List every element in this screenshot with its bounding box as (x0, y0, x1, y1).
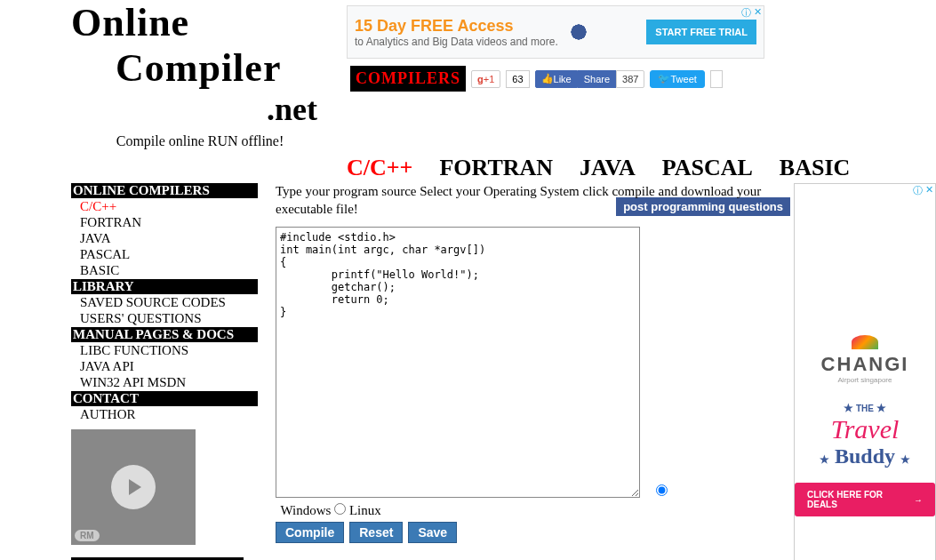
lang-tab-cpp[interactable]: C/C++ (347, 155, 412, 181)
ad-close-icon[interactable]: ✕ (925, 184, 933, 196)
click-deals-button[interactable]: CLICK HERE FOR DEALS → (795, 483, 935, 516)
sidebar-item-cpp[interactable]: C/C++ (71, 199, 258, 214)
fb-count: 387 (616, 70, 644, 88)
tagline: Compile online RUN offline! (71, 133, 338, 149)
source-code-textarea[interactable] (276, 227, 640, 498)
ad-info-icon[interactable]: ⓘ (741, 6, 751, 20)
google-plus-button[interactable]: g+1 (471, 70, 500, 88)
changi-brand: CHANGI (821, 353, 909, 376)
os-windows-label[interactable]: Windows (276, 503, 331, 517)
start-trial-button[interactable]: START FREE TRIAL (646, 20, 756, 44)
fb-like-button[interactable]: 👍 Like (535, 70, 578, 88)
sidebar-header-compilers: ONLINE COMPILERS (71, 183, 258, 198)
mode-radio[interactable] (656, 484, 668, 496)
arrow-right-icon: → (914, 495, 923, 505)
sidebar-item-java[interactable]: JAVA (71, 231, 258, 246)
sidebar-header-docs: MANUAL PAGES & DOCS (71, 327, 258, 342)
sidebar-header-contact: CONTACT (71, 391, 258, 406)
intro-text: Type your program source Select your Ope… (276, 183, 794, 218)
compile-button[interactable]: Compile (276, 522, 344, 543)
post-question-button[interactable]: post programming questions (616, 197, 790, 216)
sidebar-header-library: LIBRARY (71, 279, 258, 294)
tweet-count (710, 70, 723, 88)
sidebar-item-fortran[interactable]: FORTRAN (71, 215, 258, 230)
changi-logo-icon (852, 335, 878, 349)
sidebar-item-libc[interactable]: LIBC FUNCTIONS (71, 343, 258, 358)
ad-close-icon[interactable]: ✕ (754, 6, 762, 18)
sidebar: ONLINE COMPILERS C/C++ FORTRAN JAVA PASC… (71, 183, 258, 560)
ad-academy-icon (565, 19, 592, 45)
language-nav: C/C++ FORTRAN JAVA PASCAL BASIC (0, 155, 936, 181)
gplus-count: 63 (506, 70, 529, 88)
top-ad-banner[interactable]: 15 Day FREE Access to Analytics and Big … (347, 5, 764, 59)
rm-badge: RM (75, 530, 100, 541)
fb-share-button[interactable]: Share (578, 70, 616, 88)
reset-button[interactable]: Reset (349, 522, 403, 543)
compilers-button[interactable]: COMPILERS (350, 66, 466, 92)
tweet-button[interactable]: 🐦 Tweet (650, 70, 704, 88)
sidebar-item-win32[interactable]: WIN32 API MSDN (71, 375, 258, 390)
side-ad-banner[interactable]: ⓘ ✕ CHANGI Airport singapore ★ THE ★ Tra… (794, 183, 936, 560)
lang-tab-pascal[interactable]: PASCAL (662, 155, 753, 181)
sidebar-item-author[interactable]: AUTHOR (71, 407, 258, 422)
video-player[interactable]: RM (71, 429, 196, 545)
save-button[interactable]: Save (408, 522, 457, 543)
sidebar-item-basic[interactable]: BASIC (71, 263, 258, 278)
lang-tab-java[interactable]: JAVA (580, 155, 636, 181)
sidebar-item-pascal[interactable]: PASCAL (71, 247, 258, 262)
os-linux-label[interactable]: Linux (334, 503, 381, 517)
sidebar-item-questions[interactable]: USERS' QUESTIONS (71, 311, 258, 326)
lang-tab-basic[interactable]: BASIC (780, 155, 850, 181)
lang-tab-fortran[interactable]: FORTRAN (439, 155, 553, 181)
sidebar-item-saved[interactable]: SAVED SOURCE CODES (71, 295, 258, 310)
play-icon[interactable] (111, 465, 156, 509)
sidebar-item-javaapi[interactable]: JAVA API (71, 359, 258, 374)
site-logo[interactable]: Online Compiler .net Compile online RUN … (71, 0, 338, 149)
radio-linux[interactable] (334, 503, 346, 515)
ad-info-icon[interactable]: ⓘ (913, 184, 923, 197)
